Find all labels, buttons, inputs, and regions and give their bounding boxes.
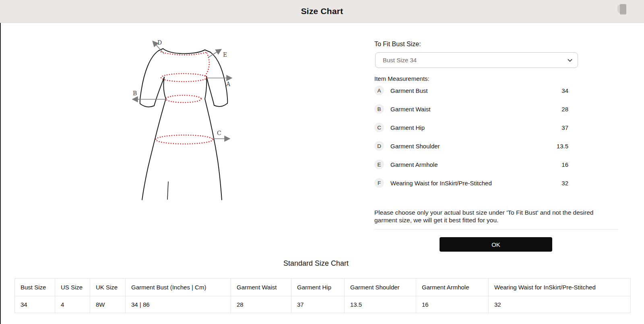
cell-garment-shoulder: 13.5	[345, 296, 416, 313]
dress-diagram-svg: A B C D E	[129, 34, 242, 200]
label-a: A	[226, 81, 231, 87]
bust-dotted-ellipse	[161, 74, 207, 82]
blurred-image-icon[interactable]	[617, 3, 628, 15]
measurement-label: Garment Bust	[390, 87, 428, 94]
label-b: B	[133, 90, 137, 96]
cell-us-size: 4	[55, 296, 90, 313]
col-uk-size: UK Size	[90, 279, 126, 296]
size-selection-panel: To Fit Bust Size: Bust Size 34 Item Meas…	[374, 0, 618, 265]
fit-advice-note: Please choose only your actual bust size…	[374, 209, 600, 224]
ok-button[interactable]: OK	[440, 237, 552, 252]
blurred-image-icon-front	[620, 4, 626, 14]
col-garment-bust: Garment Bust (Inches | Cm)	[126, 279, 231, 296]
measurement-label: Garment Waist	[390, 106, 430, 113]
measurement-row-b: B Garment Waist 28	[374, 104, 568, 114]
measurement-value: 34	[561, 87, 568, 94]
measurement-row-d: D Garment Shoulder 13.5	[374, 141, 568, 151]
col-garment-armhole: Garment Armhole	[416, 279, 489, 296]
measurement-label: Wearing Waist for InSkirt/Pre-Stitched	[390, 180, 492, 187]
item-measurements-heading: Item Measurements:	[374, 75, 429, 82]
measurement-badge-c: C	[374, 123, 384, 132]
col-bust-size: Bust Size	[15, 279, 55, 296]
cell-garment-waist: 28	[231, 296, 291, 313]
col-us-size: US Size	[55, 279, 90, 296]
measurement-value: 13.5	[557, 143, 568, 150]
cell-wearing-waist: 32	[489, 296, 631, 313]
cell-garment-bust: 34 | 86	[126, 296, 231, 313]
col-garment-shoulder: Garment Shoulder	[345, 279, 416, 296]
measurement-value: 32	[561, 180, 568, 187]
table-row: 34 4 8W 34 | 86 28 37 13.5 16 32	[15, 296, 631, 313]
measurement-row-f: F Wearing Waist for InSkirt/Pre-Stitched…	[374, 178, 568, 188]
measurement-badge-d: D	[374, 141, 384, 151]
measurement-dotted-lines	[156, 52, 213, 144]
left-border	[0, 0, 1, 324]
measurement-label: Garment Hip	[390, 124, 425, 131]
label-e: E	[223, 51, 227, 58]
measurement-label: Garment Armhole	[390, 161, 438, 168]
cell-garment-hip: 37	[291, 296, 345, 313]
measurement-row-a: A Garment Bust 34	[374, 86, 568, 95]
to-fit-bust-label: To Fit Bust Size:	[374, 41, 421, 48]
measurement-badge-f: F	[374, 178, 384, 188]
measurement-value: 16	[561, 161, 568, 168]
measurement-row-c: C Garment Hip 37	[374, 123, 568, 132]
standard-size-chart-table: Bust Size US Size UK Size Garment Bust (…	[14, 278, 631, 313]
label-c: C	[217, 130, 221, 136]
measurement-row-e: E Garment Armhole 16	[374, 160, 568, 169]
measurement-badge-a: A	[374, 86, 384, 95]
hip-dotted-ellipse	[156, 135, 213, 144]
col-garment-hip: Garment Hip	[291, 279, 345, 296]
armhole-dotted-line	[205, 53, 209, 76]
measurement-value: 28	[561, 106, 568, 113]
col-wearing-waist: Wearing Waist for InSkirt/Pre-Stitched	[489, 279, 631, 296]
measurement-value: 37	[561, 124, 568, 131]
dress-outline	[140, 49, 228, 200]
col-garment-waist: Garment Waist	[231, 279, 291, 296]
measurement-badge-b: B	[374, 104, 384, 114]
panel-divider	[374, 229, 618, 230]
table-header-row: Bust Size US Size UK Size Garment Bust (…	[15, 279, 631, 296]
measurement-arrows	[133, 41, 231, 139]
waist-dotted-ellipse	[166, 95, 201, 103]
bust-size-select[interactable]: Bust Size 34	[375, 52, 578, 68]
page-title: Size Chart	[301, 6, 343, 16]
cell-uk-size: 8W	[90, 296, 126, 313]
measurement-list: A Garment Bust 34 B Garment Waist 28 C G…	[374, 86, 568, 197]
label-d: D	[157, 39, 162, 46]
measurement-label: Garment Shoulder	[390, 143, 440, 150]
measurement-badge-e: E	[374, 160, 384, 169]
standard-size-chart-title: Standard Size Chart	[0, 259, 632, 268]
garment-measurement-diagram: A B C D E	[129, 34, 242, 200]
cell-bust-size: 34	[15, 296, 55, 313]
bust-size-select-wrap: Bust Size 34	[375, 52, 578, 68]
cell-garment-armhole: 16	[416, 296, 489, 313]
